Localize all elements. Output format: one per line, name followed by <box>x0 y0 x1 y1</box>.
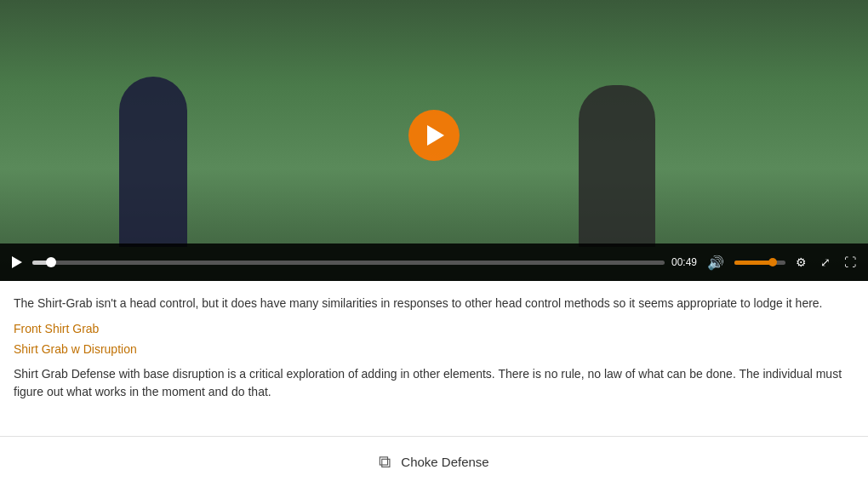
choke-defense-icon: ⧉ <box>379 452 391 472</box>
progress-bar[interactable] <box>32 261 665 265</box>
page-container: 00:49 🔊 ⚙ ⤢ ⛶ The Shirt-Grab isn't a hea… <box>0 0 868 487</box>
fullscreen-button[interactable]: ⛶ <box>841 255 859 269</box>
content-section: The Shirt-Grab isn't a head control, but… <box>0 281 868 436</box>
defense-description-text: Shirt Grab Defense with base disruption … <box>14 365 854 401</box>
volume-thumb <box>768 258 777 266</box>
pip-button[interactable]: ⤢ <box>817 255 834 269</box>
choke-defense-label: Choke Defense <box>401 455 488 469</box>
description-text: The Shirt-Grab isn't a head control, but… <box>14 295 854 312</box>
play-button[interactable] <box>408 110 460 161</box>
shirt-grab-disruption-link[interactable]: Shirt Grab w Disruption <box>14 340 854 360</box>
volume-icon: 🔊 <box>707 255 724 271</box>
bottom-nav[interactable]: ⧉ Choke Defense <box>0 436 868 487</box>
volume-bar-fill <box>734 261 773 265</box>
play-icon <box>12 256 22 268</box>
play-pause-button[interactable] <box>9 256 26 268</box>
pip-icon: ⤢ <box>820 255 831 269</box>
volume-button[interactable]: 🔊 <box>704 255 728 271</box>
time-display: 00:49 <box>671 256 697 268</box>
progress-thumb <box>46 257 56 267</box>
settings-button[interactable]: ⚙ <box>792 255 810 269</box>
volume-bar[interactable] <box>734 261 785 265</box>
fullscreen-icon: ⛶ <box>844 255 856 269</box>
video-controls-bar: 00:49 🔊 ⚙ ⤢ ⛶ <box>0 244 868 281</box>
front-shirt-grab-link[interactable]: Front Shirt Grab <box>14 319 854 340</box>
gear-icon: ⚙ <box>796 255 807 269</box>
video-player: 00:49 🔊 ⚙ ⤢ ⛶ <box>0 0 868 281</box>
